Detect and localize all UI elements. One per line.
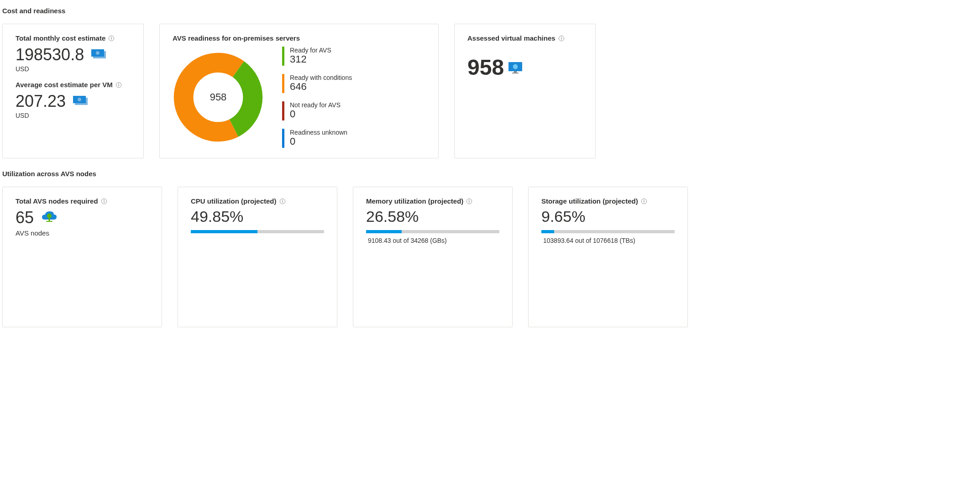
cash-icon — [90, 45, 109, 64]
memory-card: Memory utilization (projected) 26.58% 91… — [353, 187, 513, 327]
legend-label: Ready with conditions — [290, 74, 352, 81]
cpu-progress-bar — [191, 230, 324, 233]
nodes-value-row: 65 — [16, 208, 149, 227]
svg-point-5 — [96, 51, 100, 55]
svg-point-1 — [111, 37, 112, 37]
nodes-label: Total AVS nodes required — [16, 197, 98, 205]
cpu-label-row: CPU utilization (projected) — [191, 197, 324, 205]
assessed-value-row: 958 — [467, 55, 582, 80]
svg-point-7 — [118, 83, 119, 84]
legend-color-bar — [282, 129, 284, 148]
memory-progress-bar — [366, 230, 499, 233]
total-cost-value: 198530.8 — [16, 45, 84, 64]
svg-point-25 — [47, 214, 52, 218]
cash-icon — [72, 91, 90, 111]
avg-cost-value: 207.23 — [16, 91, 66, 111]
legend-label: Readiness unknown — [290, 129, 347, 136]
cpu-percent: 49.85% — [191, 208, 324, 225]
svg-point-16 — [561, 37, 562, 37]
svg-point-29 — [282, 199, 283, 200]
svg-rect-24 — [104, 200, 104, 202]
avg-cost-label-row: Average cost estimate per VM — [16, 81, 131, 89]
svg-rect-2 — [111, 37, 112, 39]
svg-rect-8 — [118, 84, 119, 86]
nodes-label-row: Total AVS nodes required — [16, 197, 149, 205]
cpu-card: CPU utilization (projected) 49.85% — [178, 187, 337, 327]
section-utilization-title: Utilization across AVS nodes — [2, 170, 978, 178]
cpu-label: CPU utilization (projected) — [191, 197, 277, 205]
svg-rect-27 — [46, 221, 52, 222]
legend-label: Not ready for AVS — [290, 101, 341, 109]
nodes-card: Total AVS nodes required 65 AVS nodes — [2, 187, 162, 327]
memory-label: Memory utilization (projected) — [366, 197, 463, 205]
svg-rect-19 — [514, 71, 517, 73]
readiness-body: 958 Ready for AVS312Ready with condition… — [173, 47, 425, 148]
legend-text: Ready with conditions646 — [290, 74, 352, 92]
legend-text: Ready for AVS312 — [290, 47, 331, 65]
assessed-label: Assessed virtual machines — [467, 34, 556, 42]
cloud-vm-icon — [40, 208, 58, 227]
cost-card: Total monthly cost estimate 198530.8 USD… — [2, 24, 144, 158]
legend-value: 0 — [290, 109, 341, 120]
legend-value: 646 — [290, 81, 352, 92]
total-cost-label-row: Total monthly cost estimate — [16, 34, 131, 42]
avg-cost-currency: USD — [16, 112, 131, 119]
legend-item[interactable]: Readiness unknown0 — [282, 129, 352, 148]
assessed-value: 958 — [467, 55, 504, 80]
avg-cost-block: Average cost estimate per VM 207.23 USD — [16, 81, 131, 119]
legend-item[interactable]: Ready with conditions646 — [282, 74, 352, 93]
info-icon[interactable] — [558, 35, 565, 42]
readiness-title: AVS readiness for on-premises servers — [173, 34, 425, 42]
avg-cost-value-row: 207.23 — [16, 91, 131, 111]
total-cost-value-row: 198530.8 — [16, 45, 131, 64]
svg-rect-30 — [282, 200, 283, 202]
readiness-legend: Ready for AVS312Ready with conditions646… — [282, 47, 352, 148]
info-icon[interactable] — [115, 82, 122, 88]
legend-text: Readiness unknown0 — [290, 129, 347, 147]
utilization-row: Total AVS nodes required 65 AVS nodes CP… — [2, 187, 978, 327]
legend-color-bar — [282, 74, 284, 93]
info-icon[interactable] — [466, 198, 472, 204]
storage-detail: 103893.64 out of 1076618 (TBs) — [541, 237, 675, 244]
legend-item[interactable]: Not ready for AVS0 — [282, 101, 352, 121]
memory-detail: 9108.43 out of 34268 (GBs) — [366, 237, 499, 244]
readiness-donut-chart: 958 — [173, 52, 264, 143]
total-cost-currency: USD — [16, 65, 131, 73]
info-icon[interactable] — [101, 198, 107, 204]
storage-progress-bar — [541, 230, 675, 233]
legend-color-bar — [282, 101, 284, 121]
info-icon[interactable] — [108, 35, 115, 42]
memory-percent: 26.58% — [366, 208, 499, 225]
memory-progress-fill — [366, 230, 402, 233]
avg-cost-label: Average cost estimate per VM — [16, 81, 113, 89]
svg-point-35 — [644, 199, 645, 200]
nodes-sublabel: AVS nodes — [16, 229, 149, 237]
storage-label: Storage utilization (projected) — [541, 197, 638, 205]
donut-center-value: 958 — [210, 91, 227, 103]
svg-rect-36 — [644, 200, 644, 202]
legend-text: Not ready for AVS0 — [290, 101, 341, 120]
legend-item[interactable]: Ready for AVS312 — [282, 47, 352, 66]
info-icon[interactable] — [641, 198, 647, 204]
svg-rect-26 — [49, 218, 50, 221]
cpu-progress-fill — [191, 230, 257, 233]
cost-readiness-row: Total monthly cost estimate 198530.8 USD… — [2, 24, 978, 158]
legend-label: Ready for AVS — [290, 47, 331, 54]
memory-label-row: Memory utilization (projected) — [366, 197, 499, 205]
storage-progress-fill — [541, 230, 554, 233]
assessed-label-row: Assessed virtual machines — [467, 34, 582, 42]
nodes-value: 65 — [16, 208, 34, 227]
info-icon[interactable] — [279, 198, 286, 204]
legend-value: 0 — [290, 136, 347, 147]
svg-rect-33 — [469, 200, 470, 202]
svg-rect-20 — [512, 73, 519, 73]
svg-point-23 — [104, 199, 105, 200]
legend-color-bar — [282, 47, 284, 66]
svg-point-32 — [469, 199, 470, 200]
svg-rect-17 — [561, 37, 561, 39]
assessed-card: Assessed virtual machines 958 — [454, 24, 596, 158]
storage-percent: 9.65% — [541, 208, 675, 225]
section-cost-readiness-title: Cost and readiness — [2, 7, 978, 15]
svg-point-11 — [78, 98, 81, 101]
readiness-card: AVS readiness for on-premises servers 95… — [159, 24, 439, 158]
